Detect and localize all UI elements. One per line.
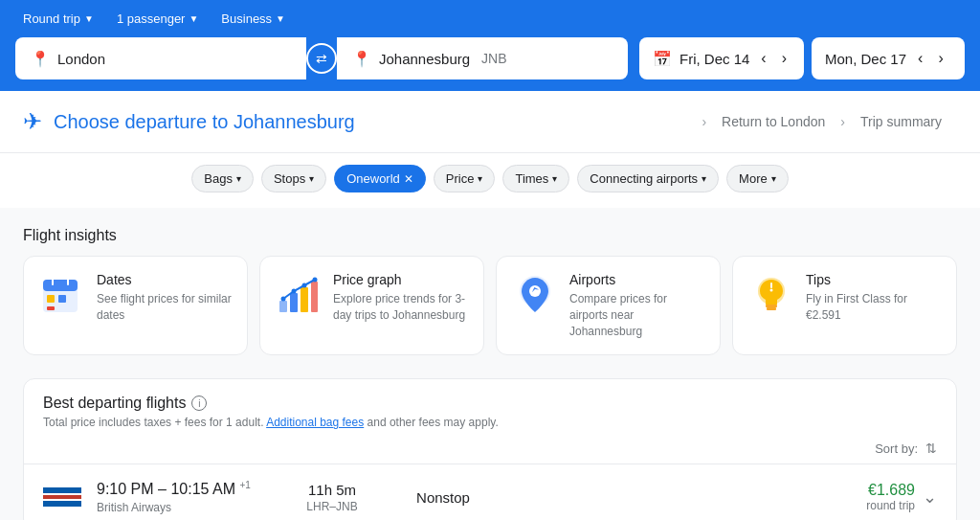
tips-icon (748, 272, 794, 318)
flights-subtitle-suffix: and other fees may apply. (368, 416, 499, 429)
passengers-chevron: ▼ (189, 13, 198, 24)
departure-time: 9:10 PM (97, 482, 154, 498)
passengers-button[interactable]: 1 passenger ▼ (109, 8, 206, 30)
step-return-label: Return to London (722, 114, 825, 129)
insight-airports-title: Airports (569, 272, 704, 287)
svg-rect-10 (311, 282, 318, 312)
departure-next-button[interactable]: › (778, 48, 791, 69)
price-graph-icon (276, 272, 322, 318)
destination-text: Johannesburg (379, 51, 470, 67)
flight-price: €1.689 round trip ⌄ (866, 482, 937, 512)
svg-point-12 (292, 289, 297, 294)
flight-times: 9:10 PM – 10:15 AM +1 British Airways (97, 480, 269, 513)
insight-card-dates[interactable]: Dates See flight prices for similar date… (23, 256, 248, 355)
flights-title-text: Best departing flights (43, 395, 186, 412)
class-chevron: ▼ (276, 13, 285, 24)
departure-prev-button[interactable]: ‹ (757, 48, 769, 69)
origin-field[interactable]: 📍 London (15, 37, 306, 79)
price-value: €1.689 (866, 482, 915, 499)
insight-pricegraph-desc: Explore price trends for 3-day trips to … (333, 291, 468, 324)
svg-point-11 (281, 297, 286, 302)
filter-connecting-airports[interactable]: Connecting airports ▾ (577, 165, 719, 192)
flight-airline: British Airways (97, 501, 269, 514)
insight-card-price-graph[interactable]: Price graph Explore price trends for 3-d… (259, 256, 484, 355)
svg-rect-7 (279, 301, 287, 312)
origin-text: London (57, 51, 105, 67)
svg-point-22 (770, 289, 773, 292)
class-button[interactable]: Business ▼ (213, 8, 293, 30)
filter-oneworld-close[interactable]: ✕ (404, 172, 413, 186)
insights-section: Flight insights Dates (23, 227, 957, 355)
time-dash: – (158, 482, 170, 498)
insight-card-airports[interactable]: Airports Compare prices for airports nea… (496, 256, 721, 355)
flights-subtitle-text: Total price includes taxes + fees for 1 … (43, 416, 263, 429)
sort-label: Sort by: (875, 441, 918, 456)
filter-stops[interactable]: Stops ▾ (261, 165, 326, 192)
flight-route: LHR–JNB (284, 500, 380, 513)
svg-rect-25 (43, 501, 81, 507)
step-summary[interactable]: Trip summary (845, 106, 957, 137)
filter-more[interactable]: More ▾ (726, 165, 789, 192)
ba-logo (43, 486, 81, 509)
filter-times[interactable]: Times ▾ (502, 165, 569, 192)
flight-price-info: €1.689 round trip (866, 482, 915, 512)
swap-button[interactable]: ⇄ (306, 43, 337, 74)
filter-price[interactable]: Price ▾ (434, 165, 496, 192)
filter-oneworld-label: Oneworld (346, 171, 400, 186)
return-date-text: Mon, Dec 17 (825, 51, 906, 67)
filter-oneworld[interactable]: Oneworld ✕ (334, 165, 426, 192)
svg-rect-19 (766, 305, 777, 307)
expand-icon[interactable]: ⌄ (923, 486, 937, 508)
filter-bags[interactable]: Bags ▾ (191, 165, 254, 192)
flight-duration: 11h 5m LHR–JNB (284, 482, 380, 513)
svg-rect-3 (58, 295, 66, 303)
insight-tips-content: Tips Fly in First Class for €2.591 (806, 272, 941, 324)
insight-dates-desc: See flight prices for similar dates (97, 291, 232, 324)
filter-more-chevron: ▾ (771, 173, 776, 184)
trip-type-button[interactable]: Round trip ▼ (15, 8, 101, 30)
destination-field[interactable]: 📍 Johannesburg JNB (337, 37, 628, 79)
filter-times-chevron: ▾ (552, 173, 557, 184)
return-prev-button[interactable]: ‹ (914, 48, 926, 69)
svg-rect-24 (43, 495, 81, 499)
svg-rect-2 (47, 295, 55, 303)
flights-subtitle: Total price includes taxes + fees for 1 … (43, 416, 937, 429)
filter-bar: Bags ▾ Stops ▾ Oneworld ✕ Price ▾ Times … (0, 153, 980, 208)
svg-point-16 (529, 285, 541, 297)
additional-bag-fees-link[interactable]: Additional bag fees (266, 416, 364, 429)
svg-rect-23 (43, 487, 81, 493)
table-row[interactable]: 9:10 PM – 10:15 AM +1 British Airways 11… (24, 463, 956, 520)
step-return[interactable]: Return to London (706, 106, 840, 137)
main-content: Flight insights Dates (0, 208, 980, 520)
svg-rect-8 (290, 293, 298, 312)
progress-bar: ✈ Choose departure to Johannesburg › Ret… (0, 91, 980, 153)
origin-pin-icon: 📍 (31, 50, 50, 68)
insights-title: Flight insights (23, 227, 957, 244)
flights-section: Best departing flights i Total price inc… (23, 378, 957, 520)
return-next-button[interactable]: › (934, 48, 947, 69)
departure-date-field[interactable]: 📅 Fri, Dec 14 ‹ › (639, 37, 804, 79)
flight-stops-text: Nonstop (395, 489, 491, 506)
progress-title: Choose departure to Johannesburg (54, 111, 702, 133)
flight-duration-text: 11h 5m (284, 482, 380, 498)
filter-price-chevron: ▾ (478, 173, 482, 184)
arrival-time: 10:15 AM (170, 482, 235, 498)
filter-connecting-airports-chevron: ▾ (702, 173, 706, 184)
return-date-field[interactable]: Mon, Dec 17 ‹ › (812, 37, 965, 79)
trip-type-chevron: ▼ (84, 13, 94, 24)
airports-icon (512, 272, 558, 318)
sort-icon[interactable]: ⇅ (925, 441, 937, 456)
insight-airports-content: Airports Compare prices for airports nea… (569, 272, 704, 339)
svg-rect-4 (47, 306, 55, 310)
insight-pricegraph-content: Price graph Explore price trends for 3-d… (333, 272, 468, 324)
filter-stops-label: Stops (274, 171, 305, 186)
insight-dates-title: Dates (97, 272, 232, 287)
insight-card-tips[interactable]: Tips Fly in First Class for €2.591 (732, 256, 957, 355)
arrival-superscript: +1 (239, 480, 250, 490)
sort-row: Sort by: ⇅ (24, 437, 956, 463)
info-icon[interactable]: i (191, 396, 207, 411)
flight-stops: Nonstop (395, 489, 491, 506)
airline-logo (43, 484, 81, 510)
insight-pricegraph-title: Price graph (333, 272, 468, 287)
flight-time-text: 9:10 PM – 10:15 AM +1 (97, 480, 269, 498)
